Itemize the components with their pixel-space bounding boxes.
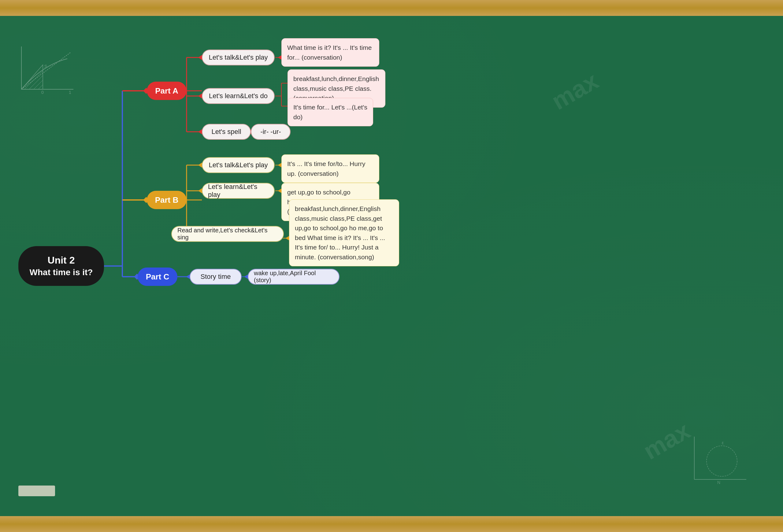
- part-b-content1-text: It's ... It's time for/to... Hurry up. (…: [287, 160, 365, 177]
- part-b-sub2-label: Let's learn&Let's play: [208, 183, 269, 199]
- svg-line-6: [38, 85, 43, 89]
- part-b-node: Part B: [147, 191, 187, 209]
- svg-line-5: [34, 80, 43, 89]
- part-a-sub-node-2: Let's learn&Let's do: [202, 88, 275, 104]
- top-border: [0, 0, 783, 16]
- part-a-content1-text: What time is it? It's ... It's time for.…: [287, 44, 372, 61]
- part-a-node: Part A: [147, 81, 187, 100]
- part-b-content3-text: breakfast,lunch,dinner,English class,mus…: [295, 205, 385, 261]
- part-b-sub-node-3: Read and write,Let's check&Let's sing: [171, 226, 284, 242]
- part-b-content-1: It's ... It's time for/to... Hurry up. (…: [281, 155, 379, 183]
- part-b-content-3: breakfast,lunch,dinner,English class,mus…: [289, 199, 399, 266]
- central-title-line1: Unit 2: [48, 254, 75, 267]
- chalk-drawing-topleft: S 0 1: [18, 40, 80, 95]
- part-c-label: Part C: [146, 272, 169, 281]
- svg-text:0: 0: [41, 90, 44, 95]
- part-b-sub3-label: Read and write,Let's check&Let's sing: [178, 227, 278, 241]
- part-a-sub2-label: Let's learn&Let's do: [209, 92, 268, 100]
- chalk-drawing-bottomright: N ε: [691, 431, 752, 486]
- part-b-sub-node-2: Let's learn&Let's play: [202, 183, 275, 199]
- svg-text:S: S: [44, 64, 47, 69]
- part-c-content-1: wake up,late,April Fool (story): [248, 269, 340, 285]
- part-a-sub1-label: Let's talk&Let's play: [209, 54, 268, 62]
- watermark2: max: [639, 417, 695, 465]
- central-node: Unit 2 What time is it?: [18, 246, 104, 286]
- svg-text:ε: ε: [722, 440, 724, 445]
- part-c-sub-node-1: Story time: [190, 269, 242, 285]
- part-a-sub-node-3: Let's spell: [202, 124, 251, 140]
- part-c-content1-text: wake up,late,April Fool (story): [254, 270, 334, 284]
- svg-line-3: [25, 71, 43, 89]
- bottom-border: [0, 516, 783, 532]
- eraser: [18, 486, 55, 496]
- svg-text:1: 1: [69, 90, 71, 95]
- part-b-label: Part B: [155, 195, 179, 205]
- part-a-content3-text: -ir- -ur-: [260, 128, 281, 136]
- central-title-line2: What time is it?: [30, 267, 93, 278]
- svg-text:N: N: [717, 480, 720, 485]
- part-b-sub1-label: Let's talk&Let's play: [209, 161, 268, 169]
- part-a-label: Part A: [155, 86, 178, 96]
- svg-line-2: [22, 53, 70, 89]
- watermark1: max: [547, 67, 603, 115]
- part-a-content-2b: It's time for... Let's ...(Let's do): [287, 98, 373, 126]
- part-a-sub-node-1: Let's talk&Let's play: [202, 49, 275, 65]
- part-a-content2b-text: It's time for... Let's ...(Let's do): [293, 104, 367, 121]
- part-c-node: Part C: [138, 268, 178, 286]
- svg-line-4: [29, 75, 43, 89]
- part-c-sub1-label: Story time: [200, 273, 230, 281]
- part-a-content-1: What time is it? It's ... It's time for.…: [281, 38, 379, 67]
- part-a-sub3-label: Let's spell: [211, 128, 241, 136]
- part-b-sub-node-1: Let's talk&Let's play: [202, 157, 275, 173]
- chalkboard: S 0 1 N ε max max: [0, 16, 783, 516]
- part-a-content-3: -ir- -ur-: [251, 124, 290, 140]
- svg-point-12: [707, 446, 737, 476]
